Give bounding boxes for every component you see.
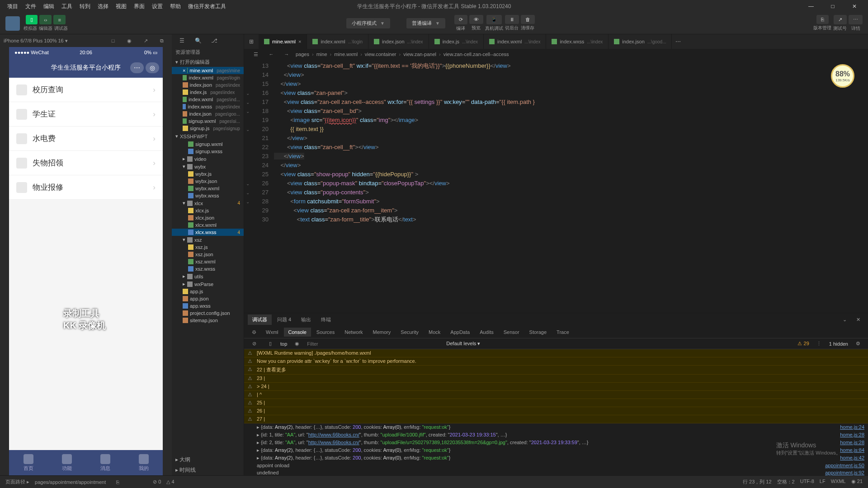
- close-icon[interactable]: ×: [298, 39, 301, 44]
- console-line[interactable]: ⚠ 26 |: [244, 407, 868, 415]
- log-source-link[interactable]: home.js:28: [840, 440, 864, 446]
- log-source-link[interactable]: home.js:84: [840, 447, 864, 453]
- tree-item[interactable]: xlcx.wxml: [172, 221, 244, 229]
- sim-share-icon[interactable]: ↗: [139, 34, 152, 47]
- fold-marker[interactable]: [244, 215, 251, 224]
- log-source-link[interactable]: home.js:28: [840, 432, 864, 438]
- action-编译[interactable]: ⟳: [454, 15, 467, 24]
- back-icon[interactable]: ←: [265, 48, 278, 61]
- devtools-tab-终端[interactable]: 终端: [316, 314, 335, 325]
- devtools-subtab-Audits[interactable]: Audits: [475, 328, 498, 337]
- tree-item[interactable]: wybx.json: [172, 178, 244, 185]
- debugger-toggle[interactable]: ≡: [53, 15, 65, 24]
- tree-item[interactable]: wybx.wxss: [172, 192, 244, 199]
- console-line[interactable]: ▸ {data: Array(2), header: {…}, statusCo…: [244, 423, 868, 431]
- tree-item[interactable]: app.wxss: [172, 302, 244, 310]
- tree-item[interactable]: xsz.json: [172, 251, 244, 258]
- menu-选择[interactable]: 选择: [94, 3, 112, 9]
- action-预览[interactable]: 👁: [469, 15, 483, 24]
- fold-marker[interactable]: [244, 161, 251, 170]
- menu-设置[interactable]: 设置: [148, 3, 166, 9]
- code-editor[interactable]: ⌄⌄⌄⌄⌄⌄⌄ 13 14 15 16 17 18 19 20 21 22 23…: [244, 60, 868, 313]
- menu-界面[interactable]: 界面: [130, 3, 148, 9]
- open-editor-item[interactable]: signup.wxmlpages\si...: [172, 117, 244, 125]
- fold-marker[interactable]: ⌄: [244, 89, 251, 98]
- console-line[interactable]: ⚠ | ^: [244, 391, 868, 399]
- open-editor-item[interactable]: index.wxsspages\index: [172, 103, 244, 110]
- editor-tab[interactable]: index.json ...\good...: [609, 34, 672, 49]
- tree-item[interactable]: ▾ xlcx4: [172, 199, 244, 207]
- tree-item[interactable]: ▸ video: [172, 155, 244, 163]
- forward-icon[interactable]: →: [280, 48, 293, 61]
- tree-item[interactable]: xsz.js: [172, 244, 244, 251]
- inspect-icon[interactable]: ⯐: [248, 326, 260, 338]
- tree-item[interactable]: xlcx.json: [172, 214, 244, 221]
- editor-tab[interactable]: index.wxml ...\index: [484, 34, 546, 49]
- console-output[interactable]: ⚠[WXML Runtime warning] ./pages/home/hom…: [244, 349, 868, 475]
- tree-item[interactable]: xlcx.wxss4: [172, 229, 244, 236]
- tree-item[interactable]: signup.wxml: [172, 141, 244, 148]
- open-editor-item[interactable]: index.jsonpages\goo...: [172, 110, 244, 117]
- capsule-close[interactable]: ◎: [146, 62, 159, 73]
- fold-marker[interactable]: [244, 206, 251, 215]
- tree-item[interactable]: wybx.wxml: [172, 185, 244, 192]
- action-真机调试[interactable]: 📱: [486, 15, 502, 24]
- tree-item[interactable]: sitemap.json: [172, 317, 244, 324]
- section-时间线[interactable]: ▸ 时间线: [172, 465, 244, 475]
- menu-项目[interactable]: 项目: [4, 3, 22, 9]
- right-action-测试号[interactable]: ↗: [834, 15, 847, 24]
- right-action-版本管理[interactable]: ⎘: [816, 15, 829, 24]
- statusbar-item[interactable]: ◉ 21: [851, 479, 863, 485]
- console-line[interactable]: undefinedappointment.js:92: [244, 469, 868, 475]
- context-selector[interactable]: top: [280, 341, 287, 347]
- tree-item[interactable]: project.config.json: [172, 310, 244, 317]
- open-editor-item[interactable]: signup.jspages\signup: [172, 125, 244, 132]
- compile-dropdown[interactable]: 普通编译▼: [406, 18, 445, 28]
- fold-marker[interactable]: ⌄: [244, 188, 251, 197]
- menu-文件[interactable]: 文件: [22, 3, 40, 9]
- console-line[interactable]: ⚠ 27 |: [244, 415, 868, 423]
- breadcrumb-item[interactable]: view.zan-panel: [403, 52, 436, 57]
- tabbar-我的[interactable]: 我的: [124, 450, 163, 475]
- console-line[interactable]: ⚠ Now you can provide attr `wx:key` for …: [244, 357, 868, 366]
- log-source-link[interactable]: appointment.js:50: [825, 463, 864, 468]
- tree-item[interactable]: wybx.js: [172, 170, 244, 178]
- devtools-subtab-Storage[interactable]: Storage: [525, 328, 552, 337]
- open-editor-item[interactable]: index.wxmlpages\ind...: [172, 96, 244, 103]
- devtools-subtab-Memory[interactable]: Memory: [368, 328, 396, 337]
- breadcrumb-item[interactable]: view.zan-cell.zan-cell--access: [443, 52, 509, 57]
- copy-path-icon[interactable]: ⎘: [111, 476, 124, 488]
- levels-dropdown[interactable]: Default levels ▾: [446, 341, 480, 347]
- fold-marker[interactable]: [244, 143, 251, 152]
- tree-item[interactable]: xlcx.js: [172, 207, 244, 214]
- devtools-tab-问题[interactable]: 问题 4: [273, 314, 296, 325]
- menu-帮助[interactable]: 帮助: [166, 3, 184, 9]
- list-item[interactable]: 学生证›: [9, 102, 163, 127]
- fold-marker[interactable]: [244, 61, 251, 70]
- statusbar-item[interactable]: 空格：2: [777, 479, 795, 485]
- sim-rotate-icon[interactable]: □: [107, 34, 119, 47]
- devtools-subtab-Security[interactable]: Security: [396, 328, 423, 337]
- fold-marker[interactable]: ⌄: [244, 197, 251, 206]
- breadcrumb-item[interactable]: view.container: [365, 52, 396, 57]
- tree-item[interactable]: ▸ utils: [172, 272, 244, 280]
- fold-marker[interactable]: [244, 170, 251, 179]
- tabs-more-icon[interactable]: ⋯: [672, 35, 684, 48]
- tabbar-首页[interactable]: 首页: [9, 450, 47, 475]
- fold-marker[interactable]: [244, 70, 251, 80]
- fold-marker[interactable]: [244, 116, 251, 125]
- console-line[interactable]: ▸ {id: 1, title: "AA", url: "http://www.…: [244, 431, 868, 439]
- log-source-link[interactable]: home.js:24: [840, 424, 864, 430]
- statusbar-item[interactable]: LF: [820, 479, 826, 485]
- console-line[interactable]: appoint onloadappointment.js:50: [244, 462, 868, 469]
- editor-toggle[interactable]: ‹›: [39, 15, 52, 24]
- devtools-tab-调试器[interactable]: 调试器: [248, 314, 272, 325]
- settings-icon[interactable]: ⋮: [813, 338, 826, 350]
- project-section[interactable]: ▾ XSSHFWPT: [172, 132, 244, 141]
- breadcrumb-item[interactable]: mine.wxml: [334, 52, 358, 57]
- fold-marker[interactable]: [244, 80, 251, 89]
- tree-item[interactable]: signup.wxss: [172, 148, 244, 155]
- editor-tab[interactable]: index.wxss ...\index: [546, 34, 609, 49]
- open-editor-item[interactable]: index.wxmlpages\login: [172, 74, 244, 81]
- open-editor-item[interactable]: index.jspages\index: [172, 89, 244, 96]
